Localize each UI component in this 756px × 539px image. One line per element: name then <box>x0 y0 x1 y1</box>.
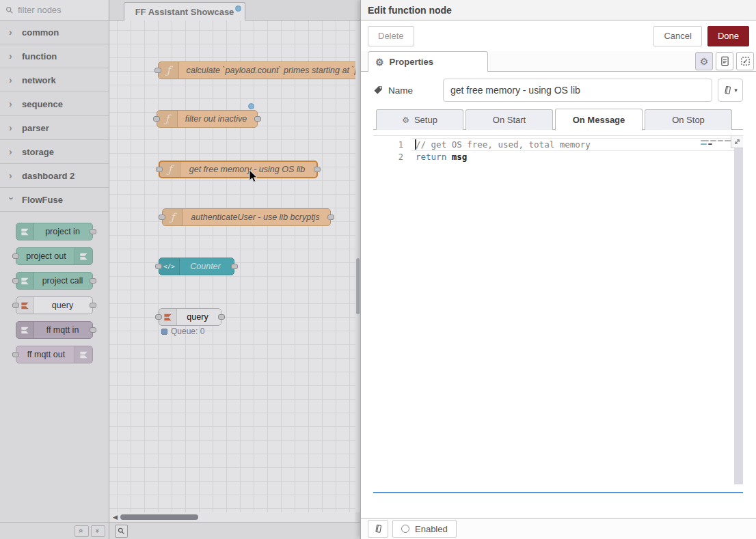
output-port[interactable] <box>254 116 261 122</box>
node-filter-out-inactive[interactable]: ƒ filter out inactive <box>157 110 258 128</box>
edit-view-buttons: ⚙ <box>695 52 754 70</box>
canvas-horizontal-scrollbar[interactable]: ◀ <box>109 512 355 522</box>
output-port[interactable] <box>90 303 96 308</box>
node-calculate-primes[interactable]: ƒ calculate `payload.count` primes start… <box>158 61 355 79</box>
node-get-free-memory[interactable]: ƒ get free memory - using OS lib <box>159 161 318 178</box>
node-authenticate-user[interactable]: ƒ authenticateUser - use lib bcryptjs <box>162 208 331 226</box>
flow-tab[interactable]: FF Assistant Showcase <box>124 2 245 20</box>
output-port[interactable] <box>314 167 321 172</box>
input-port[interactable] <box>156 167 163 172</box>
editor-minimap[interactable] <box>701 139 732 150</box>
palette-node-project-out[interactable]: project out <box>16 247 93 265</box>
output-port[interactable] <box>327 215 334 220</box>
tab-on-stop[interactable]: On Stop <box>645 109 732 130</box>
palette-category-parser[interactable]: ›parser <box>0 116 109 140</box>
category-label: common <box>22 27 59 38</box>
palette-node-label: ff mqtt out <box>18 346 75 363</box>
workspace-footer <box>109 522 360 539</box>
name-label: Name <box>373 85 443 96</box>
status-text: Queue: 0 <box>171 327 204 336</box>
palette-category-function[interactable]: ›function <box>0 44 109 68</box>
chevron-right-icon: › <box>9 98 14 109</box>
palette-node-ff-mqtt-in[interactable]: ff mqtt in <box>16 321 93 339</box>
palette-category-dashboard2[interactable]: ›dashboard 2 <box>0 164 109 188</box>
editor-expand-button[interactable] <box>731 136 743 148</box>
node-changed-dot <box>248 103 254 109</box>
editor-focus-line <box>373 492 743 493</box>
tab-setup[interactable]: ⚙Setup <box>376 109 463 130</box>
palette-category-network[interactable]: ›network <box>0 68 109 92</box>
node-label: filter out inactive <box>178 111 254 127</box>
palette-node-label: project call <box>34 273 91 289</box>
description-view-button[interactable] <box>716 52 733 70</box>
node-label: query <box>177 309 218 325</box>
library-export-button[interactable] <box>368 520 388 538</box>
tab-properties[interactable]: ⚙ Properties <box>368 51 488 72</box>
node-query[interactable]: query <box>159 308 221 326</box>
chevron-right-icon: › <box>9 122 14 133</box>
category-label: network <box>22 75 56 85</box>
enabled-circle-icon <box>401 525 409 533</box>
flow-canvas[interactable]: ƒ calculate `payload.count` primes start… <box>109 20 355 512</box>
tab-on-message[interactable]: On Message <box>555 109 643 130</box>
tab-label: On Start <box>493 115 526 125</box>
output-port[interactable] <box>90 327 96 333</box>
chevron-right-icon: › <box>9 170 14 181</box>
code-editor[interactable]: 1 2 // get OS free, used, total memory r… <box>373 135 743 493</box>
palette-node-ff-mqtt-out[interactable]: ff mqtt out <box>16 346 93 363</box>
scrollbar-thumb[interactable] <box>120 514 198 520</box>
scrollbar-thumb[interactable] <box>356 258 360 314</box>
output-port[interactable] <box>231 264 238 269</box>
properties-tab-row: ⚙ Properties ⚙ <box>361 51 756 72</box>
canvas-vertical-scrollbar[interactable] <box>355 20 360 512</box>
palette-search[interactable] <box>0 0 109 20</box>
palette-node-query[interactable]: query <box>16 296 93 314</box>
input-port[interactable] <box>12 352 19 357</box>
palette-node-project-in[interactable]: project in <box>16 223 93 240</box>
input-port[interactable] <box>12 253 19 259</box>
input-port[interactable] <box>159 215 165 220</box>
palette-footer: « » <box>0 522 109 539</box>
input-port[interactable] <box>155 264 162 269</box>
palette-category-common[interactable]: ›common <box>0 20 109 44</box>
properties-view-button[interactable]: ⚙ <box>695 52 713 70</box>
workspace-area: ›common ›function ›network ›sequence ›pa… <box>0 0 360 539</box>
input-port[interactable] <box>12 303 19 308</box>
input-port[interactable] <box>153 116 160 122</box>
output-port[interactable] <box>90 229 96 234</box>
output-port[interactable] <box>90 278 96 284</box>
appearance-icon <box>740 56 751 66</box>
expand-all-button[interactable]: » <box>91 525 105 537</box>
palette-node-label: project in <box>34 223 91 240</box>
output-port[interactable] <box>218 314 225 320</box>
input-port[interactable] <box>12 278 19 284</box>
gear-icon: ⚙ <box>402 116 409 124</box>
palette-node-project-call[interactable]: project call <box>16 272 93 290</box>
done-button[interactable]: Done <box>707 26 749 46</box>
palette-filter-input[interactable] <box>18 5 96 15</box>
flow-workspace: FF Assistant Showcase ƒ calculate `paylo… <box>109 0 360 539</box>
name-label-text: Name <box>388 85 413 96</box>
chevron-right-icon: › <box>9 74 14 85</box>
cancel-button[interactable]: Cancel <box>653 26 701 46</box>
input-port[interactable] <box>154 68 161 73</box>
search-flows-button[interactable] <box>115 525 128 538</box>
flowfuse-logo-icon <box>16 223 34 240</box>
node-enabled-toggle[interactable]: Enabled <box>392 520 457 538</box>
tab-properties-label: Properties <box>390 57 433 67</box>
palette-category-flowfuse[interactable]: ›FlowFuse <box>0 188 109 212</box>
appearance-view-button[interactable] <box>736 52 754 70</box>
palette-category-sequence[interactable]: ›sequence <box>0 92 109 116</box>
palette-node-label: query <box>34 297 91 314</box>
delete-button[interactable]: Delete <box>368 26 414 46</box>
editor-scrollbar[interactable] <box>734 148 743 484</box>
scroll-left-arrow-icon[interactable]: ◀ <box>113 514 118 521</box>
palette-category-storage[interactable]: ›storage <box>0 140 109 164</box>
name-field[interactable] <box>443 79 712 102</box>
node-counter[interactable]: </> Counter <box>159 258 234 275</box>
input-port[interactable] <box>155 314 162 320</box>
library-button[interactable]: ▾ <box>718 79 743 102</box>
tab-on-start[interactable]: On Start <box>465 109 553 130</box>
flowfuse-logo-icon <box>75 248 92 264</box>
collapse-all-button[interactable]: « <box>75 525 89 537</box>
